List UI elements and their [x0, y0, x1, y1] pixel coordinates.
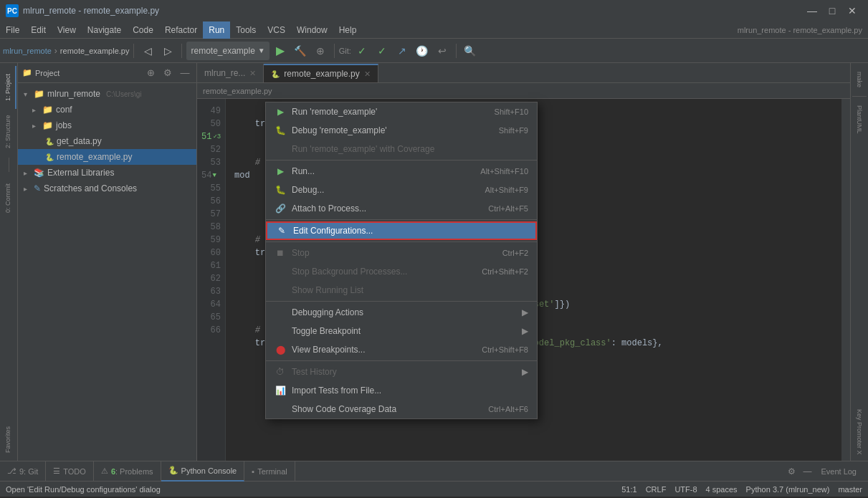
- bottom-tab-problems[interactable]: ⚠ 6: Problems: [94, 461, 161, 482]
- separator-4: [456, 44, 457, 58]
- menu-debugging-actions[interactable]: Debugging Actions ▶: [266, 303, 537, 322]
- line-num-65: 65: [201, 311, 221, 324]
- add-icon[interactable]: ⊕: [143, 66, 158, 80]
- git-update-button[interactable]: ✓: [353, 42, 371, 60]
- chevron-right-icon: ▸: [32, 106, 39, 114]
- search-button[interactable]: 🔍: [461, 42, 480, 60]
- encoding[interactable]: UTF-8: [674, 485, 697, 494]
- menu-navigate[interactable]: Navigate: [82, 21, 127, 39]
- git-push-button[interactable]: ↗: [393, 42, 411, 60]
- title-bar: PC mlrun_remote - remote_example.py — □ …: [0, 0, 868, 21]
- menu-show-running: Show Running List: [266, 281, 537, 300]
- menu-tools[interactable]: Tools: [230, 21, 262, 39]
- event-log-collapse-icon[interactable]: —: [799, 464, 815, 479]
- event-log-button[interactable]: Event Log: [815, 467, 862, 476]
- tab-mlrun[interactable]: mlrun_re... ✕: [197, 64, 264, 82]
- right-tab-plantuml[interactable]: PlantUML: [853, 100, 866, 140]
- chevron-down-icon: ▾: [24, 90, 31, 98]
- menu-debug-dots-shortcut: Alt+Shift+F9: [485, 186, 528, 194]
- right-tab-make[interactable]: make: [853, 66, 866, 93]
- menu-view[interactable]: View: [52, 21, 82, 39]
- menu-run-remote[interactable]: ▶ Run 'remote_example' Shift+F10: [266, 102, 537, 121]
- sidebar-item-favorites[interactable]: Favorites: [1, 418, 16, 461]
- build-button[interactable]: 🔨: [291, 42, 310, 60]
- menu-code[interactable]: Code: [127, 21, 159, 39]
- tab-close-mlrun[interactable]: ✕: [249, 69, 256, 78]
- coverage-button[interactable]: ⊕: [311, 42, 330, 60]
- submenu-arrow-icon: ▶: [522, 307, 528, 317]
- python-version[interactable]: Python 3.7 (mlrun_new): [746, 485, 830, 494]
- menu-debug-remote[interactable]: 🐛 Debug 'remote_example' Shift+F9: [266, 121, 537, 140]
- collapse-icon[interactable]: —: [178, 66, 192, 80]
- menu-view-breakpoints[interactable]: ⬤ View Breakpoints... Ctrl+Shift+F8: [266, 340, 537, 359]
- bottom-tab-todo[interactable]: ☰ TODO: [46, 461, 94, 482]
- line-num-64: 64: [201, 298, 221, 311]
- menu-edit-configurations[interactable]: ✎ Edit Configurations...: [266, 221, 537, 240]
- tree-item-root[interactable]: ▾ 📁 mlrun_remote C:\Users\gi: [18, 86, 196, 102]
- chevron-right-icon: ▸: [24, 169, 31, 177]
- right-tab-key-promoter[interactable]: Key Promoter X: [853, 403, 866, 461]
- coverage-icon: [275, 143, 286, 155]
- toolbar-file-link[interactable]: remote_example.py: [60, 47, 130, 55]
- menu-edit[interactable]: Edit: [25, 21, 52, 39]
- toolbar-project-link[interactable]: mlrun_remote: [3, 47, 52, 55]
- menu-import-tests[interactable]: 📊 Import Tests from File...: [266, 381, 537, 400]
- menu-vcs[interactable]: VCS: [262, 21, 291, 39]
- menu-code-coverage[interactable]: Show Code Coverage Data Ctrl+Alt+F6: [266, 400, 537, 418]
- sidebar-item-structure[interactable]: 2: Structure: [1, 110, 16, 153]
- sidebar-item-project[interactable]: 1: Project: [1, 66, 16, 109]
- menu-run[interactable]: Run: [203, 21, 230, 39]
- bottom-tab-python-console[interactable]: 🐍 Python Console: [161, 461, 245, 482]
- left-sidebar-tabs: 1: Project 2: Structure 0: Commit Favori…: [0, 63, 18, 461]
- bottom-tab-terminal[interactable]: ▪ Terminal: [244, 461, 295, 482]
- tree-item-scratches[interactable]: ▸ ✎ Scratches and Consoles: [18, 181, 196, 196]
- submenu-arrow-icon-3: ▶: [522, 367, 528, 377]
- menu-run-dots[interactable]: ▶ Run... Alt+Shift+F10: [266, 162, 537, 181]
- indent-info[interactable]: 4 spaces: [706, 485, 738, 494]
- tree-item-remote-example[interactable]: 🐍 remote_example.py: [18, 149, 196, 165]
- run-button[interactable]: ▶: [271, 42, 290, 60]
- tree-item-external-libs[interactable]: ▸ 📚 External Libraries: [18, 165, 196, 181]
- menu-window[interactable]: Window: [291, 21, 333, 39]
- close-button[interactable]: ✕: [842, 0, 862, 21]
- minimize-button[interactable]: —: [802, 0, 822, 21]
- toolbar-config-title: mlrun_remote - remote_example.py: [738, 26, 868, 34]
- bottom-tabs: ⎇ 9: Git ☰ TODO ⚠ 6: Problems 🐍 Python C…: [0, 461, 868, 481]
- tree-item-jobs[interactable]: ▸ 📁 jobs: [18, 118, 196, 133]
- git-branch[interactable]: master: [838, 485, 862, 494]
- git-history-button[interactable]: 🕐: [413, 42, 431, 60]
- cursor-position[interactable]: 51:1: [621, 485, 636, 494]
- menu-attach-process[interactable]: 🔗 Attach to Process... Ctrl+Alt+F5: [266, 199, 537, 218]
- back-button[interactable]: ◁: [138, 42, 157, 60]
- line-ending[interactable]: CRLF: [646, 485, 667, 494]
- tab-close-remote-example[interactable]: ✕: [364, 70, 371, 79]
- tree-item-get-data[interactable]: 🐍 get_data.py: [18, 133, 196, 149]
- sidebar-item-commit[interactable]: 0: Commit: [1, 176, 16, 219]
- git-undo-button[interactable]: ↩: [433, 42, 452, 60]
- separator-1: [133, 44, 134, 58]
- run-config-dropdown[interactable]: remote_example ▼: [186, 42, 269, 60]
- todo-tab-icon: ☰: [53, 466, 60, 476]
- menu-run-dots-label: Run...: [292, 166, 315, 176]
- menu-refactor[interactable]: Refactor: [159, 21, 203, 39]
- app-logo: PC: [6, 4, 19, 17]
- settings-icon[interactable]: ⚙: [161, 66, 175, 80]
- event-log-settings-icon[interactable]: ⚙: [783, 464, 799, 479]
- scroll-gutter[interactable]: [841, 99, 850, 461]
- stop-icon: ⏹: [275, 247, 286, 259]
- forward-button[interactable]: ▷: [158, 42, 177, 60]
- maximize-button[interactable]: □: [822, 0, 842, 21]
- bottom-right: ⚙ — Event Log: [783, 464, 868, 479]
- tab-remote-example[interactable]: 🐍 remote_example.py ✕: [264, 64, 378, 82]
- bottom-tab-git[interactable]: ⎇ 9: Git: [0, 461, 46, 482]
- chevron-right-icon: ▸: [24, 185, 31, 193]
- git-commit-button[interactable]: ✓: [373, 42, 391, 60]
- menu-toggle-breakpoint[interactable]: Toggle Breakpoint ▶: [266, 322, 537, 340]
- attach-icon: 🔗: [275, 203, 286, 214]
- menu-help[interactable]: Help: [333, 21, 363, 39]
- separator-2: [266, 219, 537, 220]
- tree-item-conf[interactable]: ▸ 📁 conf: [18, 102, 196, 118]
- menu-file[interactable]: File: [0, 21, 25, 39]
- tree-label-root: mlrun_remote: [47, 89, 100, 99]
- menu-debug-dots[interactable]: 🐛 Debug... Alt+Shift+F9: [266, 181, 537, 199]
